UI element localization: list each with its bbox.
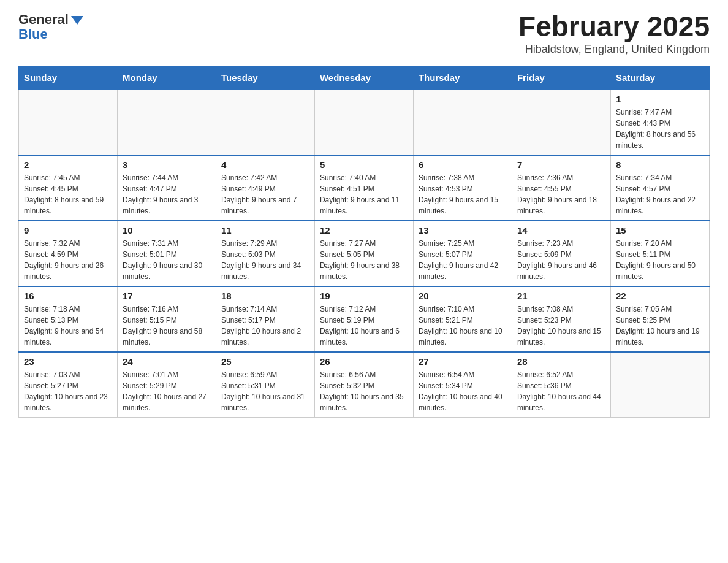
calendar-cell: 22Sunrise: 7:05 AMSunset: 5:25 PMDayligh… [610,286,709,352]
logo: General Blue [18,12,83,42]
day-number: 15 [616,225,704,236]
day-info: Sunrise: 6:59 AMSunset: 5:31 PMDaylight:… [221,369,309,413]
day-info: Sunrise: 7:32 AMSunset: 4:59 PMDaylight:… [24,238,112,282]
day-info: Sunrise: 7:18 AMSunset: 5:13 PMDaylight:… [24,304,112,348]
day-info: Sunrise: 7:03 AMSunset: 5:27 PMDaylight:… [24,369,112,413]
day-number: 5 [320,159,408,170]
calendar-cell: 3Sunrise: 7:44 AMSunset: 4:47 PMDaylight… [117,155,216,221]
day-info: Sunrise: 7:38 AMSunset: 4:53 PMDaylight:… [419,172,507,216]
calendar-cell [413,90,512,155]
calendar-table: Sunday Monday Tuesday Wednesday Thursday… [18,66,710,418]
calendar-cell [610,352,709,418]
day-number: 21 [517,291,605,301]
calendar-cell: 17Sunrise: 7:16 AMSunset: 5:15 PMDayligh… [117,286,216,352]
day-number: 4 [221,159,309,170]
calendar-cell: 16Sunrise: 7:18 AMSunset: 5:13 PMDayligh… [19,286,118,352]
day-info: Sunrise: 7:42 AMSunset: 4:49 PMDaylight:… [221,172,309,216]
day-info: Sunrise: 6:52 AMSunset: 5:36 PMDaylight:… [517,369,605,413]
day-number: 18 [221,291,309,301]
day-number: 8 [616,159,704,170]
day-info: Sunrise: 7:25 AMSunset: 5:07 PMDaylight:… [419,238,507,282]
day-info: Sunrise: 7:14 AMSunset: 5:17 PMDaylight:… [221,304,309,348]
calendar-cell: 19Sunrise: 7:12 AMSunset: 5:19 PMDayligh… [314,286,413,352]
day-info: Sunrise: 7:36 AMSunset: 4:55 PMDaylight:… [517,172,605,216]
day-number: 1 [616,94,704,104]
calendar-cell: 14Sunrise: 7:23 AMSunset: 5:09 PMDayligh… [512,221,610,286]
calendar-cell: 18Sunrise: 7:14 AMSunset: 5:17 PMDayligh… [216,286,314,352]
title-block: February 2025 Hibaldstow, England, Unite… [518,12,710,56]
day-number: 24 [123,356,211,367]
calendar-week-row: 1Sunrise: 7:47 AMSunset: 4:43 PMDaylight… [19,90,710,155]
calendar-cell: 9Sunrise: 7:32 AMSunset: 4:59 PMDaylight… [19,221,118,286]
day-info: Sunrise: 7:47 AMSunset: 4:43 PMDaylight:… [616,107,704,151]
day-info: Sunrise: 7:27 AMSunset: 5:05 PMDaylight:… [320,238,408,282]
day-number: 27 [419,356,507,367]
day-number: 22 [616,291,704,301]
day-number: 11 [221,225,309,236]
calendar-cell: 10Sunrise: 7:31 AMSunset: 5:01 PMDayligh… [117,221,216,286]
calendar-cell [117,90,216,155]
day-info: Sunrise: 7:29 AMSunset: 5:03 PMDaylight:… [221,238,309,282]
day-info: Sunrise: 7:45 AMSunset: 4:45 PMDaylight:… [24,172,112,216]
calendar-cell: 15Sunrise: 7:20 AMSunset: 5:11 PMDayligh… [610,221,709,286]
calendar-cell: 20Sunrise: 7:10 AMSunset: 5:21 PMDayligh… [413,286,512,352]
day-number: 12 [320,225,408,236]
calendar-cell: 27Sunrise: 6:54 AMSunset: 5:34 PMDayligh… [413,352,512,418]
calendar-cell [19,90,118,155]
day-number: 19 [320,291,408,301]
day-number: 28 [517,356,605,367]
calendar-week-row: 23Sunrise: 7:03 AMSunset: 5:27 PMDayligh… [19,352,710,418]
calendar-cell: 21Sunrise: 7:08 AMSunset: 5:23 PMDayligh… [512,286,610,352]
col-monday: Monday [117,66,216,90]
calendar-week-row: 2Sunrise: 7:45 AMSunset: 4:45 PMDaylight… [19,155,710,221]
day-number: 26 [320,356,408,367]
day-number: 14 [517,225,605,236]
page-subtitle: Hibaldstow, England, United Kingdom [518,43,710,56]
day-number: 23 [24,356,112,367]
calendar-cell: 28Sunrise: 6:52 AMSunset: 5:36 PMDayligh… [512,352,610,418]
day-number: 17 [123,291,211,301]
day-info: Sunrise: 7:10 AMSunset: 5:21 PMDaylight:… [419,304,507,348]
day-info: Sunrise: 6:54 AMSunset: 5:34 PMDaylight:… [419,369,507,413]
logo-triangle-icon [71,16,83,25]
day-info: Sunrise: 7:05 AMSunset: 5:25 PMDaylight:… [616,304,704,348]
calendar-cell: 23Sunrise: 7:03 AMSunset: 5:27 PMDayligh… [19,352,118,418]
day-info: Sunrise: 7:20 AMSunset: 5:11 PMDaylight:… [616,238,704,282]
col-sunday: Sunday [19,66,118,90]
day-info: Sunrise: 7:31 AMSunset: 5:01 PMDaylight:… [123,238,211,282]
day-info: Sunrise: 7:01 AMSunset: 5:29 PMDaylight:… [123,369,211,413]
logo-general-text: General [18,12,69,27]
calendar-cell: 25Sunrise: 6:59 AMSunset: 5:31 PMDayligh… [216,352,314,418]
col-friday: Friday [512,66,610,90]
calendar-cell: 24Sunrise: 7:01 AMSunset: 5:29 PMDayligh… [117,352,216,418]
col-thursday: Thursday [413,66,512,90]
day-number: 6 [419,159,507,170]
day-number: 7 [517,159,605,170]
day-info: Sunrise: 6:56 AMSunset: 5:32 PMDaylight:… [320,369,408,413]
day-info: Sunrise: 7:34 AMSunset: 4:57 PMDaylight:… [616,172,704,216]
calendar-cell: 1Sunrise: 7:47 AMSunset: 4:43 PMDaylight… [610,90,709,155]
day-number: 9 [24,225,112,236]
calendar-week-row: 9Sunrise: 7:32 AMSunset: 4:59 PMDaylight… [19,221,710,286]
calendar-cell: 2Sunrise: 7:45 AMSunset: 4:45 PMDaylight… [19,155,118,221]
page-header: General Blue February 2025 Hibaldstow, E… [18,12,710,56]
calendar-cell: 5Sunrise: 7:40 AMSunset: 4:51 PMDaylight… [314,155,413,221]
calendar-cell: 26Sunrise: 6:56 AMSunset: 5:32 PMDayligh… [314,352,413,418]
calendar-cell: 8Sunrise: 7:34 AMSunset: 4:57 PMDaylight… [610,155,709,221]
calendar-cell [314,90,413,155]
page-title: February 2025 [518,12,710,40]
day-number: 20 [419,291,507,301]
calendar-cell: 12Sunrise: 7:27 AMSunset: 5:05 PMDayligh… [314,221,413,286]
day-number: 25 [221,356,309,367]
day-info: Sunrise: 7:40 AMSunset: 4:51 PMDaylight:… [320,172,408,216]
day-info: Sunrise: 7:16 AMSunset: 5:15 PMDaylight:… [123,304,211,348]
calendar-cell: 13Sunrise: 7:25 AMSunset: 5:07 PMDayligh… [413,221,512,286]
calendar-cell: 11Sunrise: 7:29 AMSunset: 5:03 PMDayligh… [216,221,314,286]
calendar-cell: 7Sunrise: 7:36 AMSunset: 4:55 PMDaylight… [512,155,610,221]
calendar-cell [512,90,610,155]
col-saturday: Saturday [610,66,709,90]
day-number: 2 [24,159,112,170]
calendar-week-row: 16Sunrise: 7:18 AMSunset: 5:13 PMDayligh… [19,286,710,352]
col-tuesday: Tuesday [216,66,314,90]
calendar-cell: 6Sunrise: 7:38 AMSunset: 4:53 PMDaylight… [413,155,512,221]
